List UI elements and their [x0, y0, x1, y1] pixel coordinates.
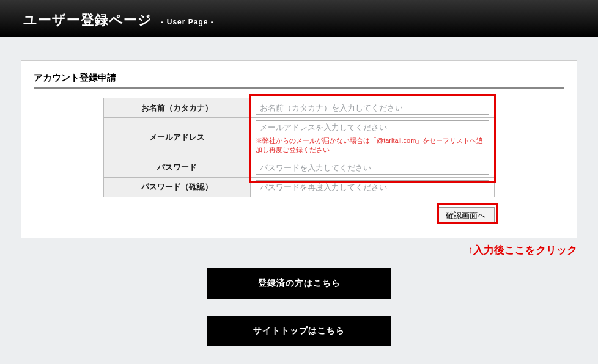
login-button[interactable]: 登録済の方はこちら	[207, 268, 391, 299]
confirm-button[interactable]: 確認画面へ	[437, 207, 495, 224]
form-table: お名前（カタカナ） メールアドレス ※弊社からのメールが届かない場合は「@tar…	[103, 98, 495, 197]
name-label: お名前（カタカナ）	[104, 98, 251, 118]
email-input[interactable]	[256, 120, 489, 134]
password-input[interactable]	[256, 161, 489, 175]
page-title: ユーザー登録ページ	[23, 12, 152, 27]
name-input[interactable]	[256, 101, 489, 115]
content-area: アカウント登録申請 お名前（カタカナ） メールアドレス ※弊社からのメールが届か…	[0, 37, 598, 238]
page-header: ユーザー登録ページ - User Page -	[0, 0, 598, 37]
click-annotation: ↑入力後ここをクリック	[0, 238, 598, 257]
section-title: アカウント登録申請	[34, 72, 564, 89]
email-hint: ※弊社からのメールが届かない場合は「@taritali.com」をセーフリストへ…	[256, 136, 489, 155]
row-password: パスワード	[104, 158, 495, 177]
form-area: お名前（カタカナ） メールアドレス ※弊社からのメールが届かない場合は「@tar…	[103, 98, 495, 224]
page-subtitle: - User Page -	[161, 18, 213, 26]
registration-card: アカウント登録申請 お名前（カタカナ） メールアドレス ※弊社からのメールが届か…	[21, 60, 577, 238]
password-confirm-label: パスワード（確認）	[104, 177, 251, 197]
password-confirm-input[interactable]	[256, 180, 489, 194]
email-label: メールアドレス	[104, 118, 251, 158]
nav-buttons: 登録済の方はこちら サイトトップはこちら	[0, 268, 598, 363]
password-label: パスワード	[104, 158, 251, 177]
row-name: お名前（カタカナ）	[104, 98, 495, 118]
row-password-confirm: パスワード（確認）	[104, 177, 495, 197]
site-top-button[interactable]: サイトトップはこちら	[207, 316, 391, 346]
confirm-button-row: 確認画面へ	[103, 207, 495, 224]
row-email: メールアドレス ※弊社からのメールが届かない場合は「@taritali.com」…	[104, 118, 495, 158]
